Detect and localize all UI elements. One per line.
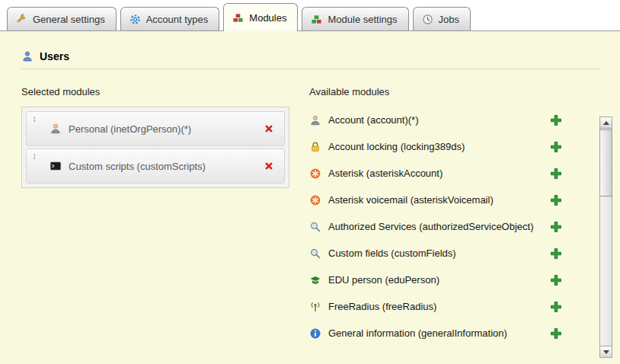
selected-module-row: ↕ Personal (inetOrgPerson)(*) <box>26 111 285 146</box>
available-module-label: Account (account)(*) <box>328 114 419 126</box>
available-module-row: Account locking (locking389ds) <box>309 133 562 160</box>
available-module-label: Asterisk (asteriskAccount) <box>328 168 443 179</box>
users-section-header: Users <box>21 50 600 69</box>
arrow-up-icon <box>603 121 609 125</box>
scroll-down-button[interactable] <box>599 346 612 358</box>
drag-handle-icon[interactable]: ↕ <box>32 113 37 124</box>
magnifier-icon <box>309 247 321 260</box>
available-module-label: General information (generalInformation) <box>328 327 507 339</box>
asterisk-icon <box>309 168 321 180</box>
available-module-row: General information (generalInformation) <box>309 320 562 346</box>
arrow-down-icon <box>603 350 609 354</box>
person-icon <box>50 123 62 135</box>
tab-account-types[interactable]: Account types <box>120 7 220 30</box>
asterisk-icon <box>309 194 321 206</box>
tab-bar: General settings Account types Modules M… <box>0 0 620 31</box>
selected-modules-heading: Selected modules <box>21 86 289 97</box>
selected-module-label: Custom scripts (customScripts) <box>69 161 206 172</box>
tab-modules[interactable]: Modules <box>223 3 298 31</box>
graduation-icon <box>309 274 321 286</box>
add-module-button[interactable] <box>550 327 562 340</box>
available-module-row: EDU person (eduPerson) <box>309 267 562 293</box>
selected-modules-list: ↕ Personal (inetOrgPerson)(*) ↕ Custom s… <box>21 107 289 188</box>
available-module-row: Asterisk voicemail (asteriskVoicemail) <box>309 187 562 213</box>
lock-icon <box>309 141 321 153</box>
module-settings-icon <box>311 14 322 25</box>
add-module-button[interactable] <box>550 221 562 233</box>
available-module-label: Asterisk voicemail (asteriskVoicemail) <box>328 194 494 206</box>
antenna-icon <box>309 301 321 313</box>
wrench-icon <box>16 14 27 25</box>
available-module-label: Authorized Services (authorizedServiceOb… <box>328 221 534 232</box>
tab-label: General settings <box>33 14 105 25</box>
add-module-button[interactable] <box>550 301 562 313</box>
remove-module-button[interactable] <box>263 123 275 135</box>
tab-module-settings[interactable]: Module settings <box>302 7 408 30</box>
add-module-button[interactable] <box>550 168 562 180</box>
drag-handle-icon[interactable]: ↕ <box>32 151 37 161</box>
add-module-button[interactable] <box>550 274 562 286</box>
available-module-label: EDU person (eduPerson) <box>328 274 439 286</box>
info-icon <box>309 327 321 340</box>
available-module-row: Asterisk (asteriskAccount) <box>309 160 562 187</box>
modules-icon <box>232 12 244 24</box>
scrollbar-thumb[interactable] <box>599 129 612 196</box>
available-modules-list: Account (account)(*) Account locking (lo… <box>309 107 562 346</box>
clock-icon <box>422 14 433 25</box>
selected-module-row: ↕ Custom scripts (customScripts) <box>26 148 285 184</box>
magnifier-icon <box>309 221 321 233</box>
tab-label: Module settings <box>328 14 397 25</box>
available-module-row: Account (account)(*) <box>309 107 562 133</box>
tab-general-settings[interactable]: General settings <box>7 7 117 30</box>
person-icon <box>309 114 321 126</box>
tab-label: Modules <box>249 12 286 24</box>
available-module-row: Custom fields (customFields) <box>309 240 562 267</box>
tab-jobs[interactable]: Jobs <box>413 7 471 30</box>
selected-module-label: Personal (inetOrgPerson)(*) <box>69 123 191 135</box>
vertical-scrollbar[interactable] <box>599 117 612 358</box>
remove-module-button[interactable] <box>263 160 275 172</box>
available-module-row: FreeRadius (freeRadius) <box>309 293 562 320</box>
scroll-up-button[interactable] <box>599 117 612 129</box>
tab-label: Account types <box>146 14 209 25</box>
available-module-label: FreeRadius (freeRadius) <box>328 301 436 312</box>
available-modules-heading: Available modules <box>309 86 562 97</box>
available-module-label: Custom fields (customFields) <box>328 247 456 259</box>
user-icon <box>21 50 34 62</box>
terminal-icon <box>50 160 62 172</box>
tab-label: Jobs <box>439 14 459 25</box>
available-module-label: Account locking (locking389ds) <box>328 141 465 152</box>
gear-icon <box>129 14 141 25</box>
available-module-row: Authorized Services (authorizedServiceOb… <box>309 213 562 240</box>
add-module-button[interactable] <box>550 114 562 126</box>
page-title: Users <box>40 50 69 62</box>
add-module-button[interactable] <box>550 247 562 260</box>
modules-panel: Users Selected modules ↕ Personal (inetO… <box>0 31 620 364</box>
add-module-button[interactable] <box>550 194 562 206</box>
add-module-button[interactable] <box>550 141 562 153</box>
